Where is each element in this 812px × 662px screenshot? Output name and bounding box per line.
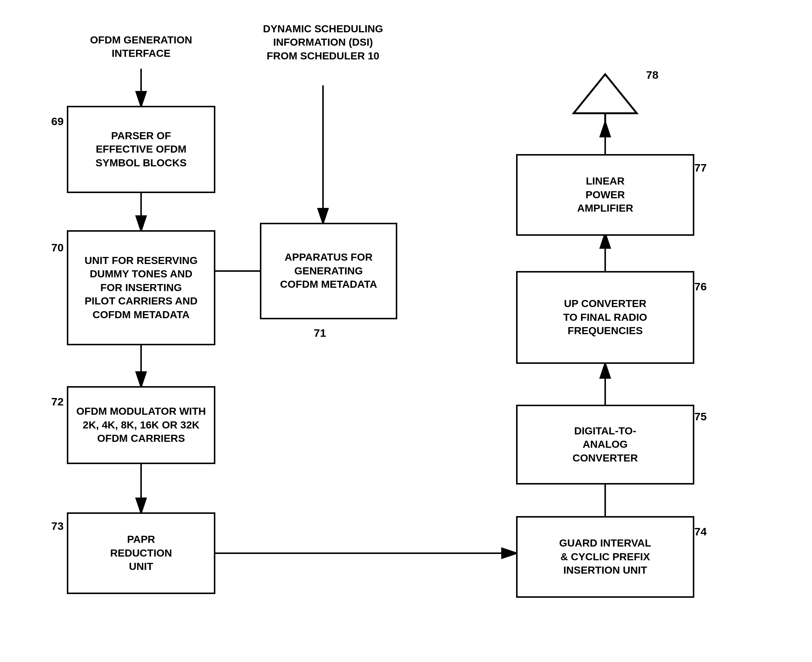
ref-71: 71 bbox=[314, 327, 326, 339]
antenna-symbol bbox=[572, 71, 638, 122]
papr-block: PAPRREDUCTIONUNIT bbox=[67, 513, 215, 594]
ref-69: 69 bbox=[51, 115, 63, 128]
parser-block: PARSER OFEFFECTIVE OFDMSYMBOL BLOCKS bbox=[67, 106, 215, 193]
ref-74: 74 bbox=[694, 525, 707, 538]
unit-reserving-block: UNIT FOR RESERVINGDUMMY TONES ANDFOR INS… bbox=[67, 230, 215, 345]
ref-76: 76 bbox=[694, 280, 707, 293]
dsi-label: DYNAMIC SCHEDULINGINFORMATION (DSI)FROM … bbox=[241, 22, 405, 63]
ref-78: 78 bbox=[646, 69, 658, 81]
ofdm-modulator-block: OFDM MODULATOR WITH2K, 4K, 8K, 16K OR 32… bbox=[67, 386, 215, 464]
ref-77: 77 bbox=[694, 162, 707, 174]
dac-block: DIGITAL-TO-ANALOGCONVERTER bbox=[516, 405, 694, 485]
apparatus-block: APPARATUS FORGENERATINGCOFDM METADATA bbox=[260, 223, 397, 319]
svg-marker-13 bbox=[574, 74, 637, 113]
guard-block: GUARD INTERVAL& CYCLIC PREFIXINSERTION U… bbox=[516, 516, 694, 598]
ref-70: 70 bbox=[51, 241, 63, 254]
amplifier-block: LINEARPOWERAMPLIFIER bbox=[516, 154, 694, 236]
ofdm-interface-label: OFDM GENERATIONINTERFACE bbox=[72, 34, 210, 61]
ref-73: 73 bbox=[51, 520, 63, 532]
ref-72: 72 bbox=[51, 395, 63, 408]
ref-75: 75 bbox=[694, 410, 707, 423]
up-converter-block: UP CONVERTERTO FINAL RADIOFREQUENCIES bbox=[516, 271, 694, 364]
